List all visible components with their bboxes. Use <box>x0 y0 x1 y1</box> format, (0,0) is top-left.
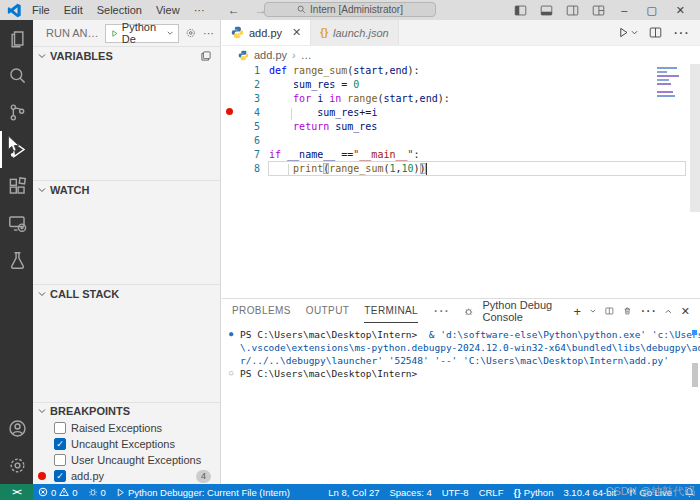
panel-tab-output[interactable]: OUTPUT <box>306 299 350 323</box>
breakpoint-item[interactable]: Raised Exceptions <box>33 420 220 436</box>
minimize-icon[interactable]: – <box>618 4 630 16</box>
menu-view[interactable]: View <box>149 0 187 20</box>
breakpoints-header[interactable]: BREAKPOINTS <box>33 403 220 418</box>
settings-gear-icon[interactable] <box>0 447 33 484</box>
editor-scrollbar[interactable] <box>690 64 700 212</box>
code-text[interactable]: def range_sum(start,end): <box>269 64 420 78</box>
split-terminal-icon[interactable] <box>605 305 614 317</box>
call-stack-header[interactable]: CALL STACK <box>33 285 220 302</box>
breakpoint-gutter[interactable] <box>222 120 236 134</box>
start-debug-icon[interactable] <box>111 29 118 38</box>
trash-icon[interactable] <box>623 305 632 317</box>
line-number: 1 <box>236 64 269 78</box>
toggle-secondary-sidebar-icon[interactable] <box>566 4 579 17</box>
breakpoint-checkbox[interactable] <box>54 454 66 466</box>
code-text[interactable]: sum_res = 0 <box>269 78 359 92</box>
activity-explorer-icon[interactable] <box>0 20 33 57</box>
breakpoint-checkbox[interactable] <box>54 422 66 434</box>
variables-section: VARIABLES <box>33 46 220 180</box>
breadcrumb-file[interactable]: add.py <box>254 49 287 61</box>
breakpoint-gutter[interactable] <box>222 162 236 176</box>
remote-indicator[interactable]: >< <box>0 484 33 500</box>
command-decoration-icon[interactable]: ○ <box>229 367 240 380</box>
breakpoint-gutter[interactable] <box>222 148 236 162</box>
customize-layout-icon[interactable] <box>592 4 605 17</box>
chevron-down-icon <box>167 29 173 37</box>
activity-extensions-icon[interactable] <box>0 168 33 205</box>
chevron-up-icon[interactable] <box>665 307 672 316</box>
toggle-panel-icon[interactable] <box>540 4 553 17</box>
menu-selection[interactable]: Selection <box>90 0 149 20</box>
close-window-icon[interactable]: ✕ <box>673 4 688 17</box>
breakpoint-item[interactable]: ✓Uncaught Exceptions <box>33 436 220 452</box>
command-decoration-icon[interactable]: ● <box>229 328 240 341</box>
panel-tab-terminal[interactable]: TERMINAL <box>364 299 418 323</box>
console-type-label[interactable]: Python Debug Console <box>482 299 564 323</box>
toggle-sidebar-icon[interactable] <box>514 4 527 17</box>
breakpoint-gutter[interactable] <box>222 134 236 148</box>
breakpoint-gutter[interactable] <box>222 78 236 92</box>
breakpoint-checkbox[interactable]: ✓ <box>54 438 66 450</box>
breakpoint-item[interactable]: User Uncaught Exceptions <box>33 452 220 468</box>
watch-label: WATCH <box>50 184 90 196</box>
breakpoints-label: BREAKPOINTS <box>50 405 130 417</box>
activity-remote-explorer-icon[interactable] <box>0 205 33 242</box>
menu-file[interactable]: File <box>25 0 57 20</box>
menu-more-icon[interactable]: ··· <box>187 0 212 20</box>
code-text[interactable]: sum_res+=i <box>269 106 377 120</box>
activity-source-control-icon[interactable] <box>0 94 33 131</box>
menu-edit[interactable]: Edit <box>57 0 90 20</box>
editor-more-icon[interactable]: ··· <box>673 24 689 42</box>
breakpoint-gutter[interactable] <box>222 106 236 120</box>
code-editor[interactable]: 1def range_sum(start,end):2 sum_res = 03… <box>222 64 700 298</box>
breadcrumb-symbol[interactable]: … <box>301 49 312 61</box>
activity-search-icon[interactable] <box>0 57 33 94</box>
tab-launch.json[interactable]: {}launch.json <box>311 20 398 45</box>
split-editor-icon[interactable] <box>649 26 662 39</box>
back-arrow-icon[interactable]: ← <box>228 3 240 17</box>
panel-tab-problems[interactable]: PROBLEMS <box>232 299 291 323</box>
terminal-text: \.vscode\extensions\ms-python.debugpy-20… <box>240 341 700 354</box>
account-icon[interactable] <box>0 410 33 447</box>
breakpoint-item[interactable]: ✓add.py4 <box>33 468 220 484</box>
panel-tabs-more-icon[interactable]: ··· <box>433 302 449 320</box>
debug-settings-gear-icon[interactable] <box>185 26 197 40</box>
run-python-file-button[interactable] <box>618 27 638 38</box>
breakpoint-checkbox[interactable]: ✓ <box>54 470 66 482</box>
panel-header: PROBLEMSOUTPUTTERMINAL ··· Python Debug … <box>222 299 700 323</box>
breadcrumb[interactable]: add.py › … <box>222 46 700 64</box>
status-python[interactable]: {}Python <box>508 484 558 500</box>
variables-header[interactable]: VARIABLES <box>33 47 220 64</box>
problems-status[interactable]: 0 0 <box>33 484 83 500</box>
debugger-status[interactable]: Python Debugger: Current File (Intern) <box>111 484 295 500</box>
maximize-icon[interactable]: ▢ <box>643 4 659 17</box>
debug-config-dropdown[interactable]: Python De <box>105 24 180 43</box>
breakpoint-gutter[interactable] <box>222 92 236 106</box>
menu-bar: FileEditSelectionView <box>25 0 187 20</box>
minimap[interactable] <box>657 67 683 99</box>
new-terminal-icon[interactable]: + <box>573 304 581 319</box>
terminal-scrollbar[interactable] <box>692 363 698 387</box>
terminal-output[interactable]: ●PS C:\Users\mac\Desktop\Intern> & 'd:\s… <box>222 323 700 380</box>
status-utf-8[interactable]: UTF-8 <box>437 484 474 500</box>
code-text[interactable]: return sum_res <box>269 120 377 134</box>
status-ln-8-col-27[interactable]: Ln 8, Col 27 <box>323 484 384 500</box>
sidebar-more-icon[interactable]: ··· <box>203 27 214 39</box>
status-crlf[interactable]: CRLF <box>474 484 509 500</box>
close-panel-icon[interactable]: ✕ <box>681 305 690 318</box>
panel-more-icon[interactable]: ··· <box>640 302 656 320</box>
status-spaces-4[interactable]: Spaces: 4 <box>384 484 436 500</box>
watch-header[interactable]: WATCH <box>33 181 220 198</box>
debug-console-icon <box>464 305 473 318</box>
debug-count-status[interactable]: 0 <box>83 484 111 500</box>
tab-add.py[interactable]: add.py✕ <box>222 20 311 45</box>
tab-close-icon[interactable]: ✕ <box>292 26 301 39</box>
command-center-search[interactable]: Intern [Administrator] <box>264 2 436 17</box>
code-text[interactable]: if __name__ =="__main__": <box>269 148 420 162</box>
chevron-down-icon[interactable] <box>590 307 596 315</box>
code-text[interactable]: for i in range(start,end): <box>269 92 450 106</box>
variables-view-icon[interactable] <box>200 50 212 62</box>
activity-testing-icon[interactable] <box>0 242 33 279</box>
code-text[interactable]: print(range_sum(1,10)) <box>269 162 426 176</box>
breakpoint-gutter[interactable] <box>222 64 236 78</box>
